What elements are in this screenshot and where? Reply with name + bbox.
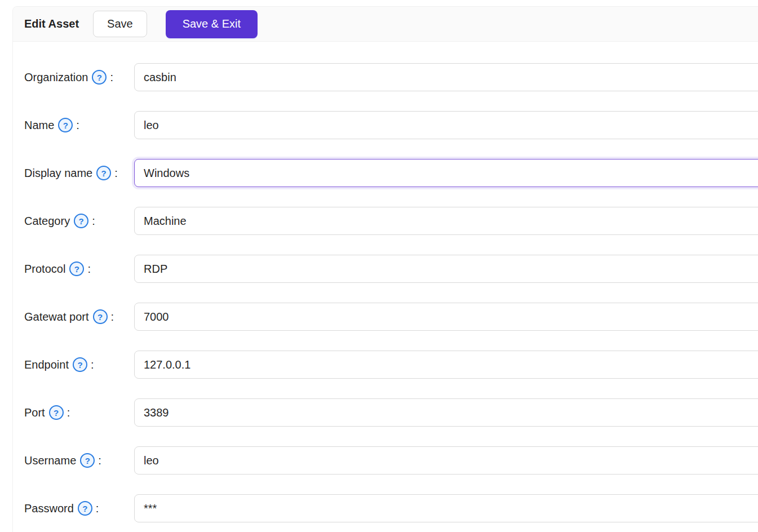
field-label-column: Gatewat port ? : [13, 309, 134, 324]
question-mark-glyph: ? [74, 265, 79, 273]
gatewat-port-input[interactable] [134, 303, 758, 331]
category-input[interactable] [134, 207, 758, 235]
name-input[interactable] [134, 111, 758, 139]
field-label: Protocol [24, 263, 65, 276]
page-title: Edit Asset [24, 17, 79, 30]
field-label: Category [24, 215, 70, 228]
label-colon: : [111, 311, 114, 323]
endpoint-help-icon[interactable]: ? [73, 357, 87, 372]
field-label: Name [24, 119, 54, 132]
field-label-column: Username ? : [13, 453, 134, 468]
question-mark-glyph: ? [85, 456, 90, 465]
field-label-column: Organization ? : [13, 70, 134, 85]
username-input[interactable] [134, 446, 758, 475]
label-colon: : [98, 454, 101, 467]
field-row-organization: Organization ? : [13, 63, 758, 91]
edit-asset-card: Edit Asset Save Save & Exit Organization… [12, 6, 758, 532]
display-name-input[interactable] [134, 159, 758, 187]
field-label-column: Protocol ? : [13, 261, 134, 276]
protocol-help-icon[interactable]: ? [69, 261, 84, 276]
label-colon: : [67, 406, 70, 419]
question-mark-glyph: ? [101, 169, 107, 178]
field-row-category: Category ? : [13, 207, 758, 235]
field-row-gatewat-port: Gatewat port ? : [13, 303, 758, 331]
field-label-column: Category ? : [13, 214, 134, 228]
protocol-input[interactable] [134, 255, 758, 283]
field-row-name: Name ? : [13, 111, 758, 139]
save-button[interactable]: Save [93, 11, 147, 37]
question-mark-glyph: ? [54, 409, 59, 417]
question-mark-glyph: ? [82, 504, 87, 513]
question-mark-glyph: ? [63, 121, 68, 130]
question-mark-glyph: ? [97, 313, 103, 321]
field-label-column: Password ? : [13, 501, 134, 516]
field-row-endpoint: Endpoint ? : [13, 351, 758, 379]
name-help-icon[interactable]: ? [58, 118, 73, 132]
field-label-column: Port ? : [13, 405, 134, 420]
field-row-port: Port ? : [13, 398, 758, 427]
save-and-exit-button[interactable]: Save & Exit [166, 10, 258, 38]
port-input[interactable] [134, 398, 758, 427]
field-label-column: Name ? : [13, 118, 134, 132]
label-colon: : [92, 215, 95, 228]
label-colon: : [76, 119, 79, 132]
label-colon: : [114, 167, 118, 180]
password-input[interactable] [134, 494, 758, 522]
field-label: Password [24, 502, 74, 515]
field-label: Gatewat port [24, 311, 89, 323]
field-row-display-name: Display name ? : [13, 159, 758, 187]
field-row-username: Username ? : [13, 446, 758, 475]
endpoint-input[interactable] [134, 351, 758, 379]
organization-input[interactable] [134, 63, 758, 91]
organization-help-icon[interactable]: ? [92, 70, 107, 85]
field-row-password: Password ? : [13, 494, 758, 522]
question-mark-glyph: ? [79, 217, 84, 225]
field-label: Endpoint [24, 358, 69, 371]
field-label-column: Endpoint ? : [13, 357, 134, 372]
password-help-icon[interactable]: ? [78, 501, 92, 516]
field-row-protocol: Protocol ? : [13, 255, 758, 283]
category-help-icon[interactable]: ? [74, 214, 88, 228]
gatewat-port-help-icon[interactable]: ? [93, 309, 108, 324]
label-colon: : [87, 263, 91, 276]
field-label: Username [24, 454, 76, 467]
question-mark-glyph: ? [97, 73, 102, 82]
label-colon: : [96, 502, 99, 515]
username-help-icon[interactable]: ? [80, 453, 95, 468]
edit-asset-form: Organization ? : Name ? : Display name ?… [13, 42, 758, 522]
field-label-column: Display name ? : [13, 166, 134, 180]
display-name-help-icon[interactable]: ? [96, 166, 111, 180]
card-header: Edit Asset Save Save & Exit [13, 7, 758, 42]
field-label: Display name [24, 167, 92, 180]
field-label: Organization [24, 71, 88, 84]
question-mark-glyph: ? [77, 361, 82, 369]
label-colon: : [110, 71, 113, 84]
port-help-icon[interactable]: ? [49, 405, 64, 420]
label-colon: : [91, 358, 94, 371]
field-label: Port [24, 406, 45, 419]
